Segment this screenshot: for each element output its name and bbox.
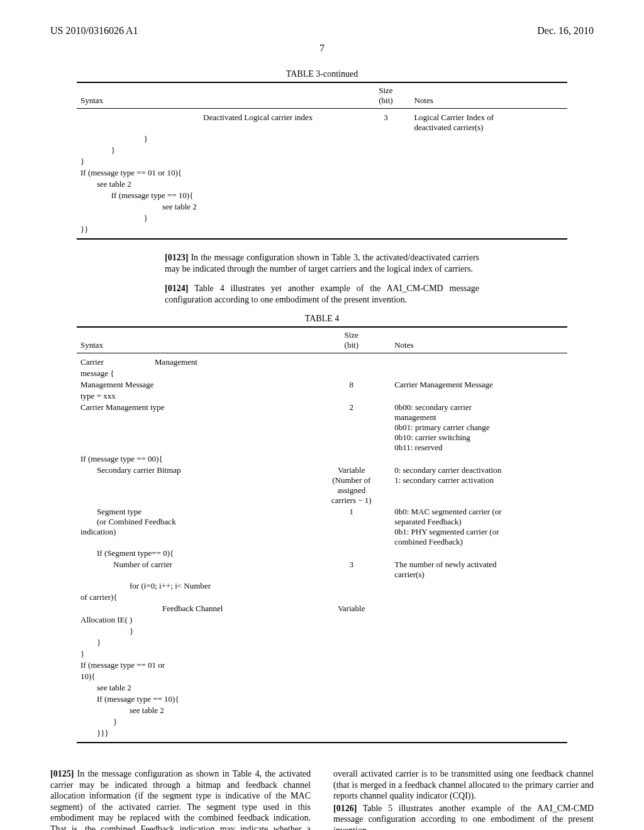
- table-cell-syntax: 10){: [77, 671, 312, 682]
- para-0124: [0124] Table 4 illustrates yet another e…: [165, 283, 479, 305]
- table-cell-notes: Logical Carrier Index of deactivated car…: [410, 109, 567, 134]
- table-cell-size: [312, 626, 391, 637]
- table3-head-notes: Notes: [410, 82, 567, 109]
- table-cell-syntax: If (message type == 10){: [77, 694, 312, 705]
- table-cell-notes: [391, 592, 567, 603]
- table-cell-notes: The number of newly activated carrier(s): [391, 559, 567, 580]
- table-cell-notes: [410, 224, 567, 239]
- para-0125-text: In the message configuration as shown in…: [50, 769, 311, 830]
- table-cell-syntax: }: [77, 716, 312, 728]
- table-cell-size: [361, 133, 410, 145]
- table-cell-syntax: Deactivated Logical carrier index: [77, 109, 361, 134]
- table-cell-size: [312, 682, 391, 694]
- table-cell-notes: [391, 614, 567, 626]
- table-cell-syntax: for (i=0; i++; i< Number: [77, 580, 312, 592]
- table-cell-syntax: If (Segment type== 0){: [77, 548, 312, 559]
- table-cell-notes: 0b00: secondary carrier management 0b01:…: [391, 402, 567, 453]
- table-cell-syntax: }}: [77, 224, 361, 239]
- table-cell-size: [312, 705, 391, 716]
- table-cell-size: 8: [312, 379, 391, 390]
- table-cell-notes: [391, 660, 567, 671]
- table-cell-size: [361, 190, 410, 201]
- table-cell-syntax: }: [77, 626, 312, 637]
- table-cell-size: [312, 637, 391, 648]
- table-cell-notes: [410, 213, 567, 224]
- table-cell-syntax: see table 2: [77, 682, 312, 694]
- table-cell-syntax: If (message type == 01 or: [77, 660, 312, 671]
- table-cell-syntax: If (message type == 10){: [77, 190, 361, 201]
- table-cell-size: [312, 694, 391, 705]
- table-cell-size: [312, 614, 391, 626]
- para-0125: [0125] In the message configuration as s…: [50, 768, 311, 830]
- table-cell-size: [312, 648, 391, 660]
- table-cell-syntax: Management Message: [77, 379, 312, 390]
- header-right: Dec. 16, 2010: [537, 25, 594, 36]
- table-cell-syntax: }}}: [77, 728, 312, 743]
- table-cell-size: [361, 156, 410, 167]
- para-0125b: overall activated carrier is to be trans…: [333, 768, 594, 802]
- table-cell-size: 1: [312, 506, 391, 548]
- table-cell-notes: [391, 637, 567, 648]
- table-cell-syntax: If (message type == 01 or 10){: [77, 167, 361, 179]
- table-cell-syntax: Secondary carrier Bitmap: [77, 465, 312, 506]
- table-cell-syntax: }: [77, 145, 361, 156]
- para-0125-num: [0125]: [50, 769, 74, 778]
- table-cell-notes: [410, 190, 567, 201]
- table-cell-size: 2: [312, 402, 391, 453]
- table3-caption: TABLE 3-continued: [77, 69, 567, 79]
- table-cell-notes: 0: secondary carrier deactivation 1: sec…: [391, 465, 567, 506]
- table-cell-syntax: Carrier Management: [77, 353, 312, 368]
- table3-head-syntax: Syntax: [77, 82, 361, 109]
- table-cell-size: 3: [361, 109, 410, 134]
- table3: Syntax Size (bit) Notes Deactivated Logi…: [77, 82, 567, 240]
- para-0123-text: In the message configuration shown in Ta…: [165, 253, 479, 274]
- table-cell-size: [312, 728, 391, 743]
- table-cell-size: [361, 224, 410, 239]
- table-cell-notes: Carrier Management Message: [391, 379, 567, 390]
- para-0124-num: [0124]: [165, 284, 188, 293]
- para-0126: [0126] Table 5 illustrates another examp…: [333, 803, 594, 831]
- table4-head-syntax: Syntax: [77, 327, 312, 353]
- table-cell-size: [312, 592, 391, 603]
- table-cell-notes: [410, 201, 567, 213]
- table-cell-syntax: of carrier){: [77, 592, 312, 603]
- table-cell-syntax: Allocation IE( ): [77, 614, 312, 626]
- table-cell-notes: [391, 626, 567, 637]
- table-cell-syntax: Segment type (or Combined Feedback indic…: [77, 506, 312, 548]
- table-cell-size: [312, 368, 391, 379]
- para-0126-num: [0126]: [333, 804, 357, 813]
- table-cell-size: [312, 671, 391, 682]
- table-cell-size: [312, 716, 391, 728]
- table-cell-syntax: }: [77, 648, 312, 660]
- table-cell-size: 3: [312, 559, 391, 580]
- table-cell-syntax: type = xxx: [77, 390, 312, 402]
- para-0124-text: Table 4 illustrates yet another example …: [165, 284, 479, 304]
- table-cell-size: [312, 453, 391, 465]
- table-cell-syntax: Feedback Channel: [77, 603, 312, 614]
- table-cell-size: Variable (Number of assigned carriers − …: [312, 465, 391, 506]
- table-cell-notes: [410, 167, 567, 179]
- table-cell-notes: [391, 603, 567, 614]
- para-0123-num: [0123]: [165, 253, 188, 262]
- table-cell-syntax: see table 2: [77, 201, 361, 213]
- table-cell-notes: [410, 179, 567, 190]
- table3-head-size: Size (bit): [361, 82, 410, 109]
- table-cell-notes: [410, 145, 567, 156]
- table-cell-syntax: Carrier Management type: [77, 402, 312, 453]
- table-cell-notes: [391, 728, 567, 743]
- table-cell-notes: [391, 548, 567, 559]
- para-0123: [0123] In the message configuration show…: [165, 252, 479, 274]
- table-cell-syntax: }: [77, 156, 361, 167]
- table-cell-size: [312, 660, 391, 671]
- table4-caption: TABLE 4: [77, 314, 567, 324]
- table-cell-syntax: }: [77, 637, 312, 648]
- table-cell-size: [312, 353, 391, 368]
- page-number: 7: [50, 43, 594, 54]
- para-0126-text: Table 5 illustrates another example of t…: [333, 804, 594, 831]
- table-cell-syntax: If (message type == 00){: [77, 453, 312, 465]
- table-cell-size: [361, 167, 410, 179]
- header-left: US 2010/0316026 A1: [50, 25, 138, 36]
- table-cell-size: [361, 201, 410, 213]
- table-cell-size: [361, 179, 410, 190]
- table-cell-notes: 0b0: MAC segmented carrier (or separated…: [391, 506, 567, 548]
